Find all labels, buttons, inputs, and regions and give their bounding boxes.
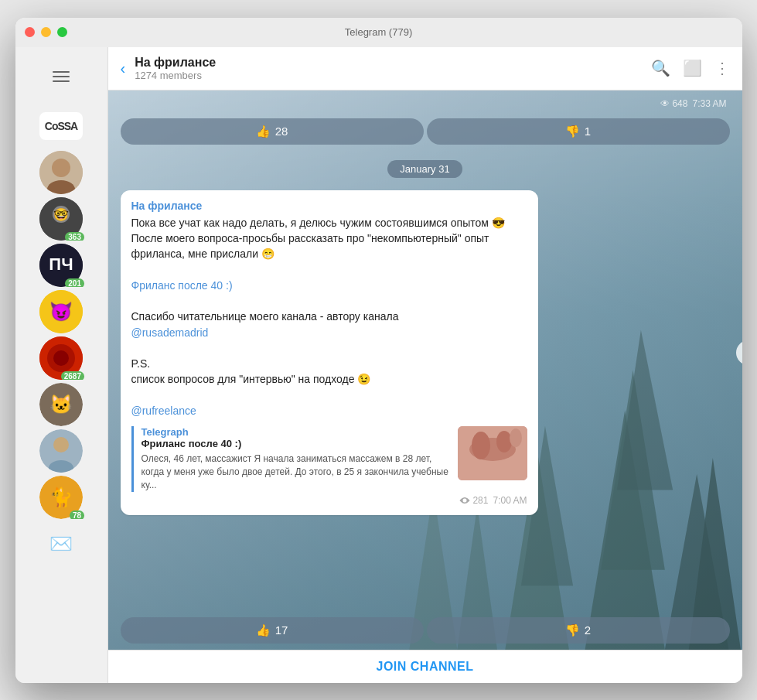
like-emoji-bottom: 👍 (256, 623, 271, 637)
hamburger-icon[interactable] (39, 61, 83, 92)
badge-78: 78 (70, 510, 84, 519)
top-reaction-bar: 👍 28 👎 1 (121, 118, 730, 145)
like-count-bottom: 17 (275, 623, 288, 637)
rufreelance-link[interactable]: @rufreelance (131, 405, 196, 417)
sidebar-item-cossa[interactable]: CoSSA (30, 104, 92, 148)
message-bubble: На фрилансе Пока все учат как надо делат… (121, 190, 538, 515)
message-line-1: Пока все учат как надо делать, я делюсь … (131, 217, 505, 229)
header-actions: 🔍 ⬜ ⋮ (651, 59, 730, 77)
like-button-bottom[interactable]: 👍 17 (121, 617, 424, 644)
sidebar-item-retro[interactable] (30, 151, 92, 194)
svg-point-32 (472, 432, 490, 459)
like-emoji-top: 👍 (256, 125, 271, 138)
ps-label: P.S. (131, 357, 151, 370)
chat-messages: 👁 648 7:33 AM 👍 28 👎 1 (108, 90, 742, 611)
dislike-count-top: 1 (585, 125, 591, 138)
like-count-top: 28 (275, 125, 288, 138)
message-views: 281 (459, 495, 488, 506)
bottom-reaction-bar: 👍 17 👎 2 (108, 611, 742, 650)
more-icon[interactable]: ⋮ (714, 59, 730, 77)
avatar-monster: 😈 (39, 290, 83, 333)
svg-text:😈: 😈 (49, 300, 73, 323)
svg-text:ПЧ: ПЧ (49, 254, 73, 274)
avatar-person (39, 429, 83, 473)
rusademadrid-link[interactable]: @rusademadrid (131, 326, 209, 339)
chat-members: 1274 members (135, 70, 650, 81)
badge-2687: 2687 (61, 371, 84, 380)
badge-363: 363 (65, 232, 84, 241)
svg-point-33 (496, 431, 512, 452)
message-sender[interactable]: На фрилансе (131, 200, 527, 212)
sidebar-item-mail[interactable]: ✉️ (30, 522, 92, 565)
titlebar: Telegram (779) (15, 18, 742, 47)
join-channel-button[interactable]: JOIN CHANNEL (376, 660, 473, 674)
sidebar-item-dark[interactable]: ПЧ 201 (30, 244, 92, 287)
badge-201: 201 (65, 278, 84, 287)
views-count: 281 (472, 495, 488, 506)
app-window: Telegram (779) CoSSA (15, 18, 742, 683)
dislike-button-top[interactable]: 👎 1 (427, 118, 730, 145)
date-separator: January 31 (121, 160, 730, 178)
svg-text:🐈: 🐈 (49, 486, 73, 508)
maximize-button[interactable] (57, 27, 67, 37)
sidebar-item-red[interactable]: 2687 (30, 336, 92, 380)
window-title: Telegram (779) (345, 26, 412, 38)
telegraph-source: Telegraph (142, 426, 450, 438)
message-time: 7:00 AM (493, 495, 527, 506)
mail-icon: ✉️ (39, 530, 83, 558)
svg-text:🐱: 🐱 (49, 393, 73, 415)
svg-text:🤓: 🤓 (53, 207, 69, 222)
telegraph-image (458, 426, 527, 480)
svg-point-16 (53, 437, 69, 452)
prev-message-footer: 👁 648 7:33 AM (121, 98, 730, 109)
telegraph-title: Фриланс после 40 :) (142, 438, 450, 449)
avatar-cat: 🐱 (39, 383, 83, 426)
date-badge: January 31 (387, 160, 462, 178)
svg-point-34 (510, 429, 522, 447)
message-line-2: После моего вопроса-просьбы рассказать п… (131, 232, 489, 260)
columns-icon[interactable]: ⬜ (683, 59, 702, 77)
window-controls (25, 27, 67, 37)
sidebar-hamburger[interactable] (30, 55, 92, 98)
avatar-retro (39, 151, 83, 194)
ps-text: список вопросов для "интервью" на подход… (131, 373, 371, 385)
sidebar: CoSSA (15, 47, 108, 683)
svg-point-12 (53, 350, 69, 366)
like-button-top[interactable]: 👍 28 (121, 118, 424, 145)
telegraph-description: Олеся, 46 лет, массажист Я начала занима… (142, 452, 450, 491)
chat-body: 👁 648 7:33 AM 👍 28 👎 1 (108, 90, 742, 650)
sidebar-item-monster[interactable]: 😈 (30, 290, 92, 333)
search-icon[interactable]: 🔍 (651, 59, 670, 77)
chat-area: ‹ На фрилансе 1274 members 🔍 ⬜ ⋮ (108, 47, 742, 683)
freelance-link[interactable]: Фриланс после 40 :) (131, 279, 233, 292)
svg-point-1 (52, 159, 70, 177)
chat-header: ‹ На фрилансе 1274 members 🔍 ⬜ ⋮ (108, 47, 742, 90)
message-footer: 281 7:00 AM (131, 495, 527, 506)
sidebar-item-glasses[interactable]: 🤓 363 (30, 197, 92, 241)
chat-info: На фрилансе 1274 members (135, 56, 650, 81)
sidebar-item-cat[interactable]: 🐱 (30, 383, 92, 426)
forward-button[interactable]: ↪ (736, 340, 742, 365)
back-button[interactable]: ‹ (121, 60, 126, 77)
telegraph-preview: Telegraph Фриланс после 40 :) Олеся, 46 … (131, 426, 527, 491)
close-button[interactable] (25, 27, 35, 37)
sidebar-item-cat2[interactable]: 🐈 78 (30, 476, 92, 519)
message-container: На фрилансе Пока все учат как надо делат… (121, 190, 730, 515)
dislike-emoji-bottom: 👎 (565, 623, 580, 637)
main-content: CoSSA (15, 47, 742, 683)
chat-title: На фрилансе (135, 56, 650, 70)
message-line-3: Спасибо читательнице моего канала - авто… (131, 310, 399, 323)
dislike-emoji-top: 👎 (565, 125, 580, 138)
minimize-button[interactable] (41, 27, 51, 37)
message-text: Пока все учат как надо делать, я делюсь … (131, 215, 527, 419)
dislike-button-bottom[interactable]: 👎 2 (427, 617, 730, 644)
cossa-logo: CoSSA (39, 112, 83, 140)
prev-views: 👁 648 (660, 98, 687, 109)
sidebar-item-person[interactable] (30, 429, 92, 473)
prev-time: 7:33 AM (692, 98, 726, 109)
dislike-count-bottom: 2 (585, 623, 591, 637)
telegraph-text-content: Telegraph Фриланс после 40 :) Олеся, 46 … (142, 426, 450, 491)
join-channel-bar: JOIN CHANNEL (108, 650, 742, 683)
